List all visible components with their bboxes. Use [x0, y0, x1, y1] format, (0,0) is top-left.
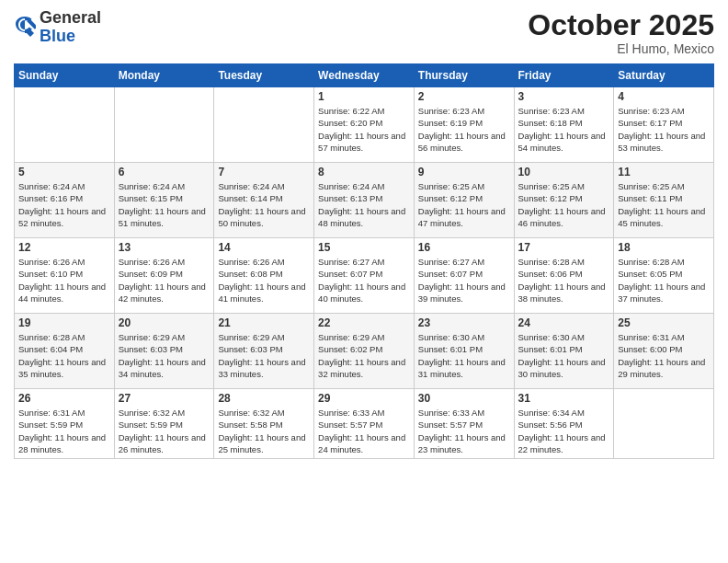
day-number: 10 — [518, 166, 610, 178]
day-info: Sunrise: 6:24 AM Sunset: 6:14 PM Dayligh… — [218, 180, 310, 229]
day-number: 6 — [119, 166, 210, 178]
table-row: 28Sunrise: 6:32 AM Sunset: 5:58 PM Dayli… — [214, 389, 314, 459]
table-row — [614, 389, 714, 459]
day-number: 24 — [518, 316, 610, 329]
table-row: 8Sunrise: 6:24 AM Sunset: 6:13 PM Daylig… — [314, 163, 415, 238]
day-number: 28 — [218, 392, 310, 405]
day-number: 15 — [318, 241, 410, 254]
day-info: Sunrise: 6:24 AM Sunset: 6:16 PM Dayligh… — [18, 180, 110, 229]
day-info: Sunrise: 6:29 AM Sunset: 6:02 PM Dayligh… — [318, 331, 410, 380]
logo-general: General — [40, 8, 101, 27]
day-info: Sunrise: 6:32 AM Sunset: 5:59 PM Dayligh… — [119, 407, 210, 455]
logo-name: General Blue — [40, 9, 101, 46]
calendar-header-row: Sunday Monday Tuesday Wednesday Thursday… — [15, 64, 714, 87]
day-info: Sunrise: 6:26 AM Sunset: 6:10 PM Dayligh… — [18, 256, 110, 304]
day-number: 23 — [418, 316, 510, 329]
day-info: Sunrise: 6:26 AM Sunset: 6:08 PM Dayligh… — [218, 256, 310, 304]
table-row: 24Sunrise: 6:30 AM Sunset: 6:01 PM Dayli… — [514, 314, 614, 389]
day-info: Sunrise: 6:30 AM Sunset: 6:01 PM Dayligh… — [518, 331, 610, 380]
table-row: 7Sunrise: 6:24 AM Sunset: 6:14 PM Daylig… — [214, 163, 314, 238]
day-number: 31 — [518, 392, 610, 405]
day-number: 20 — [119, 316, 210, 329]
table-row: 25Sunrise: 6:31 AM Sunset: 6:00 PM Dayli… — [614, 314, 714, 389]
day-number: 9 — [418, 166, 510, 178]
logo-icon — [14, 17, 36, 39]
table-row: 3Sunrise: 6:23 AM Sunset: 6:18 PM Daylig… — [514, 87, 614, 163]
day-number: 1 — [318, 90, 410, 103]
day-info: Sunrise: 6:31 AM Sunset: 5:59 PM Dayligh… — [18, 407, 110, 455]
col-thursday: Thursday — [414, 64, 514, 87]
day-number: 14 — [218, 241, 310, 254]
day-number: 16 — [418, 241, 510, 254]
table-row: 20Sunrise: 6:29 AM Sunset: 6:03 PM Dayli… — [114, 314, 214, 389]
day-info: Sunrise: 6:31 AM Sunset: 6:00 PM Dayligh… — [618, 331, 710, 380]
day-info: Sunrise: 6:34 AM Sunset: 5:56 PM Dayligh… — [518, 407, 610, 455]
day-number: 5 — [18, 166, 110, 178]
page: General Blue October 2025 El Humo, Mexic… — [0, 0, 728, 563]
table-row: 31Sunrise: 6:34 AM Sunset: 5:56 PM Dayli… — [514, 389, 614, 459]
table-row — [114, 87, 214, 163]
day-number: 12 — [18, 241, 110, 254]
day-info: Sunrise: 6:29 AM Sunset: 6:03 PM Dayligh… — [218, 331, 310, 380]
day-number: 7 — [218, 166, 310, 178]
month-title: October 2025 — [528, 9, 714, 41]
location: El Humo, Mexico — [528, 41, 714, 56]
day-number: 29 — [318, 392, 410, 405]
day-info: Sunrise: 6:32 AM Sunset: 5:58 PM Dayligh… — [218, 407, 310, 455]
day-number: 2 — [418, 90, 510, 103]
day-number: 18 — [618, 241, 710, 254]
day-info: Sunrise: 6:30 AM Sunset: 6:01 PM Dayligh… — [418, 331, 510, 380]
calendar: Sunday Monday Tuesday Wednesday Thursday… — [14, 63, 714, 459]
day-number: 13 — [119, 241, 210, 254]
table-row: 29Sunrise: 6:33 AM Sunset: 5:57 PM Dayli… — [314, 389, 415, 459]
table-row — [15, 87, 115, 163]
day-number: 21 — [218, 316, 310, 329]
table-row: 5Sunrise: 6:24 AM Sunset: 6:16 PM Daylig… — [15, 163, 115, 238]
table-row: 23Sunrise: 6:30 AM Sunset: 6:01 PM Dayli… — [414, 314, 514, 389]
day-number: 11 — [618, 166, 710, 178]
day-number: 22 — [318, 316, 410, 329]
day-info: Sunrise: 6:23 AM Sunset: 6:18 PM Dayligh… — [518, 105, 610, 154]
day-info: Sunrise: 6:25 AM Sunset: 6:12 PM Dayligh… — [418, 180, 510, 229]
table-row: 15Sunrise: 6:27 AM Sunset: 6:07 PM Dayli… — [314, 238, 415, 314]
day-info: Sunrise: 6:28 AM Sunset: 6:05 PM Dayligh… — [618, 256, 710, 304]
day-info: Sunrise: 6:25 AM Sunset: 6:12 PM Dayligh… — [518, 180, 610, 229]
table-row: 21Sunrise: 6:29 AM Sunset: 6:03 PM Dayli… — [214, 314, 314, 389]
col-sunday: Sunday — [15, 64, 115, 87]
table-row: 12Sunrise: 6:26 AM Sunset: 6:10 PM Dayli… — [15, 238, 115, 314]
logo: General Blue — [14, 9, 101, 46]
day-number: 19 — [18, 316, 110, 329]
day-number: 27 — [119, 392, 210, 405]
day-info: Sunrise: 6:22 AM Sunset: 6:20 PM Dayligh… — [318, 105, 410, 154]
day-info: Sunrise: 6:28 AM Sunset: 6:06 PM Dayligh… — [518, 256, 610, 304]
day-info: Sunrise: 6:24 AM Sunset: 6:13 PM Dayligh… — [318, 180, 410, 229]
header: General Blue October 2025 El Humo, Mexic… — [14, 9, 714, 56]
day-number: 26 — [18, 392, 110, 405]
day-info: Sunrise: 6:25 AM Sunset: 6:11 PM Dayligh… — [618, 180, 710, 229]
day-info: Sunrise: 6:27 AM Sunset: 6:07 PM Dayligh… — [318, 256, 410, 304]
day-number: 8 — [318, 166, 410, 178]
day-info: Sunrise: 6:26 AM Sunset: 6:09 PM Dayligh… — [119, 256, 210, 304]
table-row: 4Sunrise: 6:23 AM Sunset: 6:17 PM Daylig… — [614, 87, 714, 163]
table-row: 6Sunrise: 6:24 AM Sunset: 6:15 PM Daylig… — [114, 163, 214, 238]
day-info: Sunrise: 6:27 AM Sunset: 6:07 PM Dayligh… — [418, 256, 510, 304]
col-saturday: Saturday — [614, 64, 714, 87]
day-info: Sunrise: 6:33 AM Sunset: 5:57 PM Dayligh… — [418, 407, 510, 455]
table-row: 27Sunrise: 6:32 AM Sunset: 5:59 PM Dayli… — [114, 389, 214, 459]
title-block: October 2025 El Humo, Mexico — [528, 9, 714, 56]
day-info: Sunrise: 6:29 AM Sunset: 6:03 PM Dayligh… — [119, 331, 210, 380]
col-tuesday: Tuesday — [214, 64, 314, 87]
logo-blue: Blue — [40, 27, 75, 45]
day-info: Sunrise: 6:23 AM Sunset: 6:17 PM Dayligh… — [618, 105, 710, 154]
day-number: 30 — [418, 392, 510, 405]
table-row: 1Sunrise: 6:22 AM Sunset: 6:20 PM Daylig… — [314, 87, 415, 163]
table-row: 19Sunrise: 6:28 AM Sunset: 6:04 PM Dayli… — [15, 314, 115, 389]
logo-text-block: General Blue — [40, 9, 101, 46]
table-row: 10Sunrise: 6:25 AM Sunset: 6:12 PM Dayli… — [514, 163, 614, 238]
col-friday: Friday — [514, 64, 614, 87]
day-number: 25 — [618, 316, 710, 329]
table-row: 2Sunrise: 6:23 AM Sunset: 6:19 PM Daylig… — [414, 87, 514, 163]
table-row: 11Sunrise: 6:25 AM Sunset: 6:11 PM Dayli… — [614, 163, 714, 238]
table-row — [214, 87, 314, 163]
table-row: 26Sunrise: 6:31 AM Sunset: 5:59 PM Dayli… — [15, 389, 115, 459]
